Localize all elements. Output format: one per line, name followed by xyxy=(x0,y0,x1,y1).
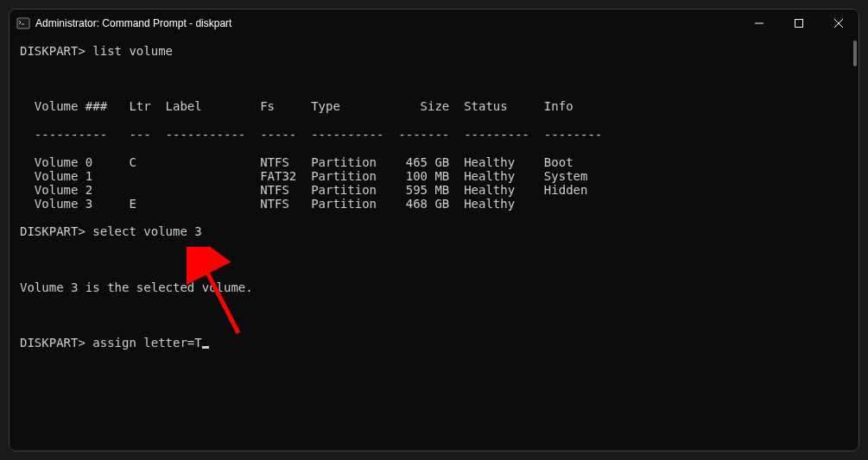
prompt-line-2: DISKPART> select volume 3 xyxy=(20,224,848,238)
text-cursor xyxy=(202,346,209,349)
close-button[interactable] xyxy=(819,9,858,37)
scrollbar-thumb[interactable] xyxy=(853,41,857,66)
titlebar-left: Administrator: Command Prompt - diskpart xyxy=(16,16,231,30)
prompt-line-1: DISKPART> list volume xyxy=(20,44,848,58)
response-line: Volume 3 is the selected volume. xyxy=(20,280,848,294)
window-controls xyxy=(739,9,858,37)
prompt-line-3: DISKPART> assign letter=T xyxy=(20,336,848,350)
titlebar: Administrator: Command Prompt - diskpart xyxy=(10,9,858,37)
svg-rect-3 xyxy=(795,20,803,28)
blank-line xyxy=(20,308,848,322)
blank-line xyxy=(20,72,848,85)
cmd-icon xyxy=(16,16,30,30)
maximize-button[interactable] xyxy=(779,9,819,37)
table-header: Volume ### Ltr Label Fs Type Size Status… xyxy=(20,99,848,113)
table-separator: ---------- --- ----------- ----- -------… xyxy=(20,128,848,142)
svg-rect-0 xyxy=(17,18,29,28)
command-prompt-window: Administrator: Command Prompt - diskpart… xyxy=(9,9,859,451)
table-rows: Volume 0 C NTFS Partition 465 GB Healthy… xyxy=(20,155,602,211)
terminal-output[interactable]: DISKPART> list volume Volume ### Ltr Lab… xyxy=(10,37,858,451)
blank-line xyxy=(20,252,848,266)
minimize-button[interactable] xyxy=(739,9,779,37)
window-title: Administrator: Command Prompt - diskpart xyxy=(35,17,231,29)
